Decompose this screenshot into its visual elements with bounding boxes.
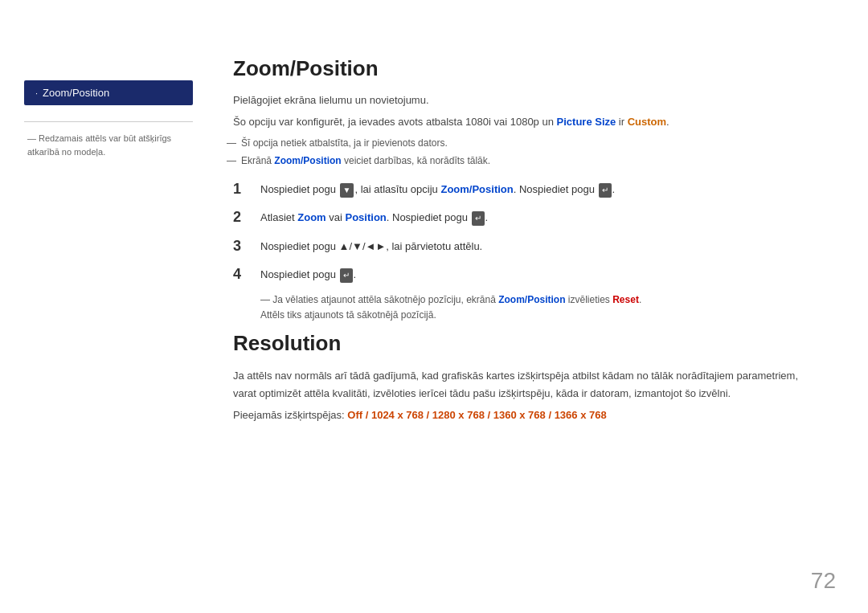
section2-title: Resolution bbox=[233, 331, 820, 356]
note1: Šī opcija netiek atbalstīta, ja ir pievi… bbox=[233, 136, 820, 151]
sidebar-item-zoom-position[interactable]: · Zoom/Position bbox=[24, 80, 193, 105]
step2-zoom: Zoom bbox=[297, 211, 326, 223]
step1-icon1: ▼ bbox=[340, 183, 354, 198]
options-label: Pieejamās izšķirtspējas: bbox=[233, 409, 347, 421]
step4-number: 4 bbox=[233, 265, 249, 284]
step2-text: Atlasiet Zoom vai Position. Nospiediet p… bbox=[260, 208, 820, 227]
reset-note2: Attēls tiks atjaunots tā sākotnējā pozīc… bbox=[260, 309, 436, 321]
reset-zoom-link: Zoom/Position bbox=[498, 294, 565, 305]
sidebar-note: ― Redzamais attēls var būt atšķirīgs atk… bbox=[24, 132, 193, 158]
sidebar-item-label: Zoom/Position bbox=[43, 87, 109, 99]
step4-icon: ↵ bbox=[340, 268, 353, 283]
intro1: Pielāgojiet ekrāna lielumu un novietojum… bbox=[233, 92, 820, 109]
step2-number: 2 bbox=[233, 208, 249, 227]
sidebar: · Zoom/Position ― Redzamais attēls var b… bbox=[0, 32, 209, 581]
note2-before: Ekrānā bbox=[241, 155, 274, 166]
step2-icon: ↵ bbox=[472, 211, 485, 226]
picture-size-link: Picture Size bbox=[557, 116, 616, 128]
note2: Ekrānā Zoom/Position veiciet darbības, k… bbox=[233, 153, 820, 169]
resolution-section: Resolution Ja attēls nav normāls arī tād… bbox=[233, 331, 820, 421]
note2-after: veiciet darbības, kā norādīts tālāk. bbox=[342, 155, 490, 166]
section1-title: Zoom/Position bbox=[233, 56, 820, 81]
custom-link: Custom bbox=[628, 116, 666, 128]
resolution-body: Ja attēls nav normāls arī tādā gadījumā,… bbox=[233, 367, 820, 403]
step-3: 3 Nospiediet pogu ▲/▼/◄►, lai pārvietotu… bbox=[233, 237, 820, 255]
options-values: Off / 1024 x 768 / 1280 x 768 / 1360 x 7… bbox=[347, 409, 606, 421]
reset-link: Reset bbox=[612, 294, 639, 305]
step1-zoom-link: Zoom/Position bbox=[440, 183, 513, 195]
steps-list: 1 Nospiediet pogu ▼, lai atlasītu opciju… bbox=[233, 180, 820, 284]
reset-note: Ja vēlaties atjaunot attēla sākotnējo po… bbox=[233, 292, 820, 323]
step3-text: Nospiediet pogu ▲/▼/◄►, lai pārvietotu a… bbox=[260, 237, 820, 255]
sidebar-divider bbox=[24, 121, 193, 122]
intro2-mid: ir bbox=[616, 116, 627, 128]
step-2: 2 Atlasiet Zoom vai Position. Nospiediet… bbox=[233, 208, 820, 227]
step1-number: 1 bbox=[233, 180, 249, 198]
step-4: 4 Nospiediet pogu ↵. bbox=[233, 265, 820, 284]
resolution-options: Pieejamās izšķirtspējas: Off / 1024 x 76… bbox=[233, 409, 820, 421]
step-1: 1 Nospiediet pogu ▼, lai atlasītu opciju… bbox=[233, 180, 820, 198]
intro2: Šo opciju var konfigurēt, ja ievades avo… bbox=[233, 114, 820, 131]
step1-text: Nospiediet pogu ▼, lai atlasītu opciju Z… bbox=[260, 180, 820, 198]
sidebar-bullet: · bbox=[35, 88, 38, 98]
main-content: Zoom/Position Pielāgojiet ekrāna lielumu… bbox=[209, 32, 868, 581]
step1-icon2: ↵ bbox=[599, 183, 612, 198]
page-number: 72 bbox=[811, 568, 836, 594]
intro2-before: Šo opciju var konfigurēt, ja ievades avo… bbox=[233, 116, 557, 128]
zoom-position-link: Zoom/Position bbox=[274, 155, 341, 166]
step3-number: 3 bbox=[233, 237, 249, 255]
step2-position: Position bbox=[345, 211, 386, 223]
intro2-after: . bbox=[666, 116, 669, 128]
step4-text: Nospiediet pogu ↵. bbox=[260, 265, 820, 284]
